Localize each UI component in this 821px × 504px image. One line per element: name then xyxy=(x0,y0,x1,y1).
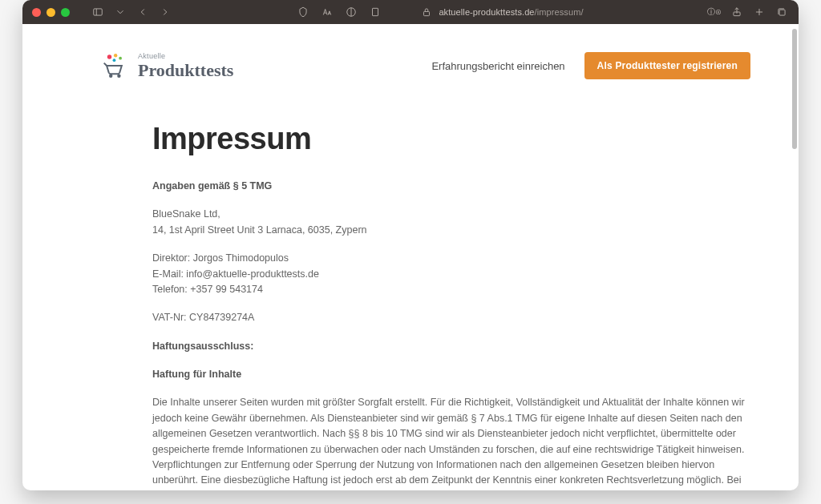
privacy-report-icon[interactable] xyxy=(296,5,310,19)
svg-rect-0 xyxy=(94,9,103,15)
text-size-icon[interactable] xyxy=(320,5,334,19)
main-content: Impressum Angaben gemäß § 5 TMG BlueSnak… xyxy=(103,90,750,490)
logo-big-text: Produkttests xyxy=(138,62,233,79)
tmg-heading: Angaben gemäß § 5 TMG xyxy=(152,179,750,194)
page-viewport: Aktuelle Produkttests Erfahrungsbericht … xyxy=(22,24,799,490)
svg-point-11 xyxy=(114,54,117,57)
scrollbar-thumb[interactable] xyxy=(792,29,797,149)
minimize-window-button[interactable] xyxy=(47,8,55,17)
svg-point-13 xyxy=(113,58,116,62)
zoom-window-button[interactable] xyxy=(61,8,70,17)
company-block: BlueSnake Ltd, 14, 1st April Street Unit… xyxy=(152,207,750,238)
titlebar: aktuelle-produkttests.de/impressum/ ⓘ⊙ xyxy=(22,0,799,24)
svg-point-15 xyxy=(117,75,120,78)
new-tab-icon[interactable] xyxy=(752,5,766,19)
chevron-down-icon[interactable] xyxy=(113,5,127,19)
back-icon[interactable] xyxy=(135,5,150,19)
nav-link-submit-review[interactable]: Erfahrungsbericht einreichen xyxy=(431,60,564,72)
translate-badge[interactable]: ⓘ⊙ xyxy=(707,6,722,18)
browser-window: aktuelle-produkttests.de/impressum/ ⓘ⊙ xyxy=(22,0,799,490)
register-tester-button[interactable]: Als Produkttester registrieren xyxy=(584,52,750,79)
svg-rect-4 xyxy=(373,8,378,15)
disclaimer-heading: Haftungsausschluss: xyxy=(152,339,750,354)
close-window-button[interactable] xyxy=(32,8,41,17)
svg-rect-9 xyxy=(779,10,785,15)
window-controls xyxy=(32,8,70,17)
tabs-icon[interactable] xyxy=(774,5,789,19)
svg-rect-5 xyxy=(424,11,430,15)
content-liability-heading: Haftung für Inhalte xyxy=(152,367,750,382)
site-header: Aktuelle Produkttests Erfahrungsbericht … xyxy=(103,42,750,90)
logo-small-text: Aktuelle xyxy=(138,53,233,60)
svg-point-10 xyxy=(107,54,111,58)
share-icon[interactable] xyxy=(730,5,744,19)
vat-line: VAT-Nr: CY84739274A xyxy=(152,310,750,325)
logo-mark-icon xyxy=(103,52,130,79)
svg-point-14 xyxy=(109,75,112,78)
sidebar-icon[interactable] xyxy=(91,5,105,19)
extensions-icon[interactable] xyxy=(368,5,382,19)
forward-icon[interactable] xyxy=(158,5,172,19)
lock-icon xyxy=(419,5,434,19)
reader-mode-icon[interactable] xyxy=(344,5,358,19)
url-display[interactable]: aktuelle-produkttests.de/impressum/ xyxy=(439,7,583,17)
content-liability-body: Die Inhalte unserer Seiten wurden mit gr… xyxy=(152,395,750,490)
svg-point-12 xyxy=(119,57,122,60)
site-logo[interactable]: Aktuelle Produkttests xyxy=(103,52,233,79)
contact-block: Direktor: Jorgos Thimodopulos E-Mail: in… xyxy=(152,251,750,297)
page-title: Impressum xyxy=(152,122,750,156)
